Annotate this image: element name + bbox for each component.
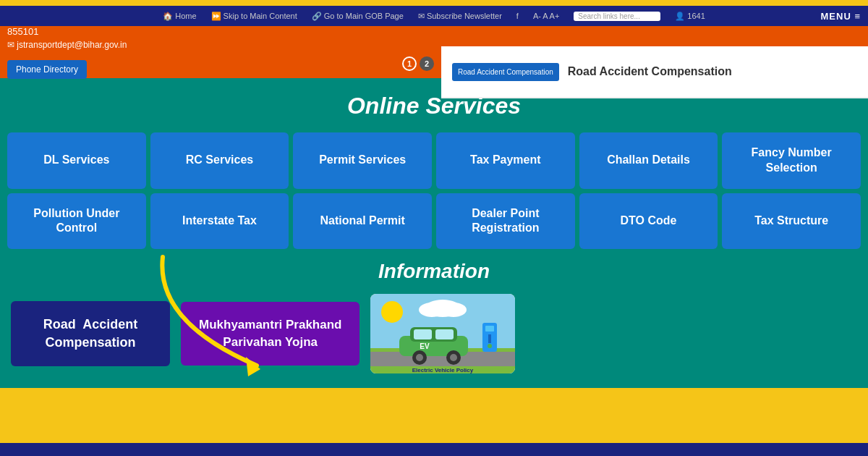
slider-dot-2[interactable]: 2 (420, 56, 434, 71)
information-title: Information (7, 260, 861, 283)
road-accident-panel: Road Accident Compensation Road Accident… (441, 46, 868, 98)
slider-controls: 1 2 (402, 56, 434, 71)
phone-directory-button[interactable]: Phone Directory (7, 60, 87, 79)
phone-info: 855101 ✉ jstransportdept@bihar.gov.in (7, 26, 434, 50)
yellow-border-bottom (0, 437, 868, 443)
dl-services-button[interactable]: DL Services (7, 132, 146, 189)
nav-facebook-icon[interactable]: f (516, 12, 519, 20)
nav-gob-link[interactable]: 🔗 Go to Main GOB Page (312, 12, 404, 21)
ev-illustration: EV Electric Vehicle Policy (370, 294, 515, 373)
email-icon: ✉ (7, 40, 14, 50)
svg-text:EV: EV (420, 342, 430, 350)
tax-payment-button[interactable]: Tax Payment (436, 132, 575, 189)
nav-font-size[interactable]: A- A A+ (533, 12, 559, 20)
nav-home-link[interactable]: 🏠 Home (163, 12, 196, 21)
info-cards: Road AccidentCompensation Mukhyamantri P… (7, 294, 861, 373)
permit-services-button[interactable]: Permit Services (293, 132, 432, 189)
road-accident-card[interactable]: Road AccidentCompensation (11, 301, 170, 366)
svg-point-6 (441, 303, 467, 317)
svg-rect-9 (488, 334, 491, 343)
national-permit-button[interactable]: National Permit (293, 193, 432, 250)
nav-login-icon[interactable]: 👤 1641 (675, 12, 705, 21)
orange-header: 855101 ✉ jstransportdept@bihar.gov.in Ph… (0, 26, 868, 78)
phone-number: 855101 (7, 26, 434, 37)
svg-point-3 (381, 301, 403, 323)
challan-details-button[interactable]: Challan Details (579, 132, 718, 189)
svg-point-10 (488, 344, 492, 348)
top-navigation: 🏠 Home ⏩ Skip to Main Content 🔗 Go to Ma… (0, 6, 868, 26)
menu-button[interactable]: MENU ≡ (821, 11, 861, 22)
slider-dot-1[interactable]: 1 (402, 56, 417, 71)
dealer-point-button[interactable]: Dealer Point Registration (436, 193, 575, 250)
bottom-bar (0, 443, 868, 456)
ev-policy-card[interactable]: EV Electric Vehicle Policy (370, 294, 515, 373)
mukhyamantri-card[interactable]: Mukhyamantri PrakhandParivahan Yojna (181, 302, 359, 366)
svg-rect-8 (485, 326, 494, 332)
interstate-tax-button[interactable]: Interstate Tax (150, 193, 289, 250)
dto-code-button[interactable]: DTO Code (579, 193, 718, 250)
tax-structure-button[interactable]: Tax Structure (722, 193, 861, 250)
road-accident-badge: Road Accident Compensation (452, 63, 559, 81)
yellow-border-top (0, 0, 868, 6)
services-row-2: Pollution Under Control Interstate Tax N… (7, 193, 861, 250)
svg-point-16 (416, 354, 423, 361)
rc-services-button[interactable]: RC Services (150, 132, 289, 189)
search-input[interactable]: Search links here... (574, 12, 660, 21)
pollution-button[interactable]: Pollution Under Control (7, 193, 146, 250)
svg-point-18 (450, 354, 457, 361)
services-row-1: DL Services RC Services Permit Services … (7, 132, 861, 189)
fancy-number-button[interactable]: Fancy Number Selection (722, 132, 861, 189)
svg-rect-14 (435, 329, 454, 339)
svg-rect-13 (414, 329, 432, 339)
nav-skip-link[interactable]: ⏩ Skip to Main Content (211, 12, 297, 21)
email-address: ✉ jstransportdept@bihar.gov.in (7, 40, 434, 50)
nav-subscribe-link[interactable]: ✉ Subscribe Newsletter (418, 12, 502, 21)
svg-text:Electric Vehicle Policy: Electric Vehicle Policy (412, 367, 474, 373)
main-section: Online Services DL Services RC Services … (0, 78, 868, 388)
road-accident-title: Road Accident Compensation (568, 65, 732, 78)
